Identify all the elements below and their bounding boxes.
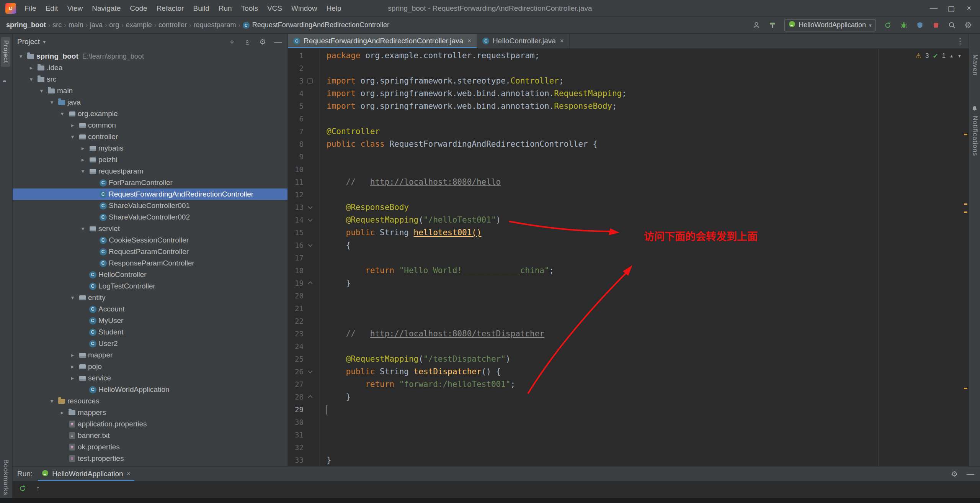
tree-item-HelloController[interactable]: CHelloController	[13, 269, 287, 280]
breadcrumb-src[interactable]: src	[52, 21, 62, 29]
tree-item-servlet[interactable]: ▾servlet	[13, 223, 287, 234]
gutter-minus-icon[interactable]	[307, 78, 313, 84]
code-line-33[interactable]: 33}	[288, 454, 963, 466]
tree-item-RequestForwardingAndRedirectionController[interactable]: CRequestForwardingAndRedirectionControll…	[13, 188, 287, 200]
menu-navigate[interactable]: Navigate	[87, 0, 125, 17]
locate-file-icon[interactable]: ⌖	[228, 38, 236, 46]
chevron-right-icon[interactable]: ▸	[26, 64, 36, 71]
menu-file[interactable]: File	[20, 0, 41, 17]
code-line-21[interactable]: 21	[288, 302, 963, 315]
tree-item-mappers[interactable]: ▸mappers	[13, 407, 287, 418]
code-line-15[interactable]: 15 public String hellotest001()	[288, 226, 963, 239]
code-line-20[interactable]: 20	[288, 290, 963, 302]
code-line-30[interactable]: 30	[288, 416, 963, 429]
close-icon[interactable]: ×	[560, 37, 564, 45]
passed-count[interactable]: 1	[942, 52, 946, 60]
tree-item-entity[interactable]: ▾entity	[13, 292, 287, 303]
tree-item-ShareValueController002[interactable]: CShareValueController002	[13, 211, 287, 223]
code-line-16[interactable]: 16 {	[288, 239, 963, 252]
tool-button-bookmarks[interactable]: Bookmarks	[2, 459, 10, 495]
breadcrumb-java[interactable]: java	[90, 21, 103, 29]
code-line-9[interactable]: 9	[288, 151, 963, 163]
tree-item-src[interactable]: ▾src	[13, 74, 287, 85]
gutter-end-icon[interactable]	[308, 281, 313, 286]
gutter-end-icon[interactable]	[308, 395, 313, 400]
tree-item-service[interactable]: ▸service	[13, 372, 287, 384]
tree-item-CookieSessionController[interactable]: CCookieSessionController	[13, 234, 287, 246]
code-line-24[interactable]: 24	[288, 340, 963, 353]
menu-build[interactable]: Build	[188, 0, 214, 17]
tree-item-.idea[interactable]: ▸.idea	[13, 62, 287, 74]
tree-item-LogTestController[interactable]: CLogTestController	[13, 280, 287, 292]
code-line-11[interactable]: 11 // http://localhost:8080/hello	[288, 176, 963, 188]
chevron-down-icon[interactable]: ▾	[57, 110, 67, 117]
code-editor[interactable]: 1package org.example.controller.requestp…	[288, 49, 969, 466]
settings-gear-icon[interactable]: ⚙	[962, 19, 975, 32]
code-line-4[interactable]: 4import org.springframework.web.bind.ann…	[288, 87, 963, 100]
code-line-19[interactable]: 19 }	[288, 277, 963, 290]
rerun-icon[interactable]	[881, 19, 894, 32]
chevron-down-icon[interactable]: ▾	[78, 168, 88, 175]
user-icon[interactable]	[750, 19, 763, 32]
code-line-8[interactable]: 8public class RequestForwardingAndRedire…	[288, 138, 963, 151]
menu-vcs[interactable]: VCS	[263, 0, 287, 17]
code-line-22[interactable]: 22	[288, 315, 963, 328]
stop-icon[interactable]	[929, 19, 942, 32]
editor-tab-HelloController.java[interactable]: CHelloController.java×	[477, 34, 570, 48]
tree-item-ResponseParamController[interactable]: CResponseParamController	[13, 257, 287, 269]
tree-item-Account[interactable]: CAccount	[13, 303, 287, 315]
project-panel-title[interactable]: Project	[17, 38, 40, 46]
rerun-icon[interactable]	[18, 484, 27, 493]
code-line-29[interactable]: 29	[288, 403, 963, 416]
tool-button-project[interactable]: Project	[1, 37, 10, 67]
warning-stripe-mark[interactable]	[964, 388, 967, 389]
minimize-icon[interactable]: —	[925, 0, 942, 17]
close-icon[interactable]: ×	[127, 470, 131, 478]
settings-gear-icon[interactable]: ⚙	[258, 38, 267, 46]
tree-item-main[interactable]: ▾main	[13, 85, 287, 97]
tree-item-java[interactable]: ▾java	[13, 97, 287, 108]
code-line-14[interactable]: 14 @RequestMapping("/helloTest001")	[288, 214, 963, 226]
menu-code[interactable]: Code	[125, 0, 152, 17]
warning-count[interactable]: 3	[925, 52, 929, 60]
code-line-13[interactable]: 13 @ResponseBody	[288, 201, 963, 214]
warning-stripe-mark[interactable]	[964, 211, 967, 213]
chevron-down-icon[interactable]: ▾	[43, 39, 46, 45]
code-line-17[interactable]: 17	[288, 252, 963, 264]
run-configuration-select[interactable]: HelloWorldApplication ▾	[784, 19, 876, 31]
tree-item-test.properties[interactable]: test.properties	[13, 453, 287, 464]
scroll-up-icon[interactable]: ↑	[33, 484, 42, 493]
tree-item-ok.properties[interactable]: ok.properties	[13, 441, 287, 453]
breadcrumb-org[interactable]: org	[109, 21, 119, 29]
hide-panel-icon[interactable]: —	[966, 470, 975, 478]
run-tab[interactable]: HelloWorldApplication ×	[38, 467, 134, 481]
code-line-25[interactable]: 25 @RequestMapping("/testDispatcher")	[288, 353, 963, 365]
code-line-2[interactable]: 2	[288, 62, 963, 75]
tool-button-maven[interactable]: Maven	[971, 54, 979, 76]
gutter-chev-icon[interactable]	[308, 204, 313, 209]
debug-icon[interactable]	[897, 19, 910, 32]
menu-run[interactable]: Run	[214, 0, 237, 17]
collapse-all-icon[interactable]	[243, 38, 252, 46]
code-line-10[interactable]: 10	[288, 163, 963, 176]
gutter-chev-icon[interactable]	[308, 242, 313, 247]
chevron-right-icon[interactable]: ▸	[67, 375, 78, 382]
breadcrumb-RequestForwardingAndRedirectionController[interactable]: CRequestForwardingAndRedirectionControll…	[243, 21, 389, 29]
prev-warning-icon[interactable]: ▲	[949, 54, 954, 58]
tree-item-controller[interactable]: ▾controller	[13, 131, 287, 143]
tree-item-ForParamController[interactable]: CForParamController	[13, 177, 287, 188]
tree-item-requestparam[interactable]: ▾requestparam	[13, 165, 287, 177]
chevron-down-icon[interactable]: ▾	[47, 99, 57, 106]
coverage-icon[interactable]	[913, 19, 926, 32]
warning-stripe-mark[interactable]	[964, 134, 967, 135]
breadcrumb-main[interactable]: main	[69, 21, 83, 29]
tree-item-mapper[interactable]: ▸mapper	[13, 349, 287, 361]
chevron-right-icon[interactable]: ▸	[67, 122, 78, 129]
menu-help[interactable]: Help	[322, 0, 346, 17]
chevron-right-icon[interactable]: ▸	[67, 363, 78, 370]
close-icon[interactable]: ×	[467, 37, 471, 45]
more-vertical-icon[interactable]: ⋮	[952, 34, 969, 48]
tree-item-pojo[interactable]: ▸pojo	[13, 361, 287, 372]
code-line-31[interactable]: 31	[288, 429, 963, 441]
menu-window[interactable]: Window	[287, 0, 322, 17]
